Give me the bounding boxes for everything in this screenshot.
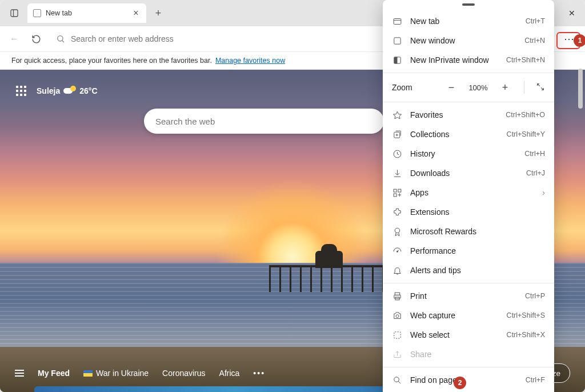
menu-history[interactable]: HistoryCtrl+H [383, 144, 554, 163]
menu-extensions[interactable]: Extensions [383, 202, 554, 222]
menu-print[interactable]: PrintCtrl+P [383, 286, 554, 306]
ntp-search-placeholder: Search the web [155, 117, 215, 126]
menu-apps[interactable]: Apps› [383, 183, 554, 202]
svg-point-27 [396, 251, 398, 252]
menu-web-select[interactable]: Web selectCtrl+Shift+X [383, 325, 554, 345]
weather-icon [63, 86, 76, 96]
feed-coronavirus[interactable]: Coronavirus [162, 369, 205, 378]
app-launcher-icon[interactable] [16, 86, 26, 96]
menu-rewards[interactable]: Microsoft Rewards [383, 222, 554, 241]
zoom-label: Zoom [392, 83, 436, 92]
inprivate-icon [392, 55, 402, 65]
feed-myfeed[interactable]: My Feed [38, 369, 70, 378]
menu-find[interactable]: Find on pageCtrl+F [383, 370, 554, 390]
ntp-search-box[interactable]: Search the web [144, 109, 384, 134]
weather-location: Suleja [37, 86, 60, 95]
svg-line-9 [538, 83, 540, 86]
scrollbar[interactable] [577, 69, 584, 385]
zoom-value: 100% [467, 83, 490, 92]
annotation-badge-1: 1 [574, 34, 585, 47]
manage-favorites-link[interactable]: Manage favorites now [215, 57, 285, 65]
menu-new-tab[interactable]: New tabCtrl+T [383, 11, 554, 31]
svg-rect-0 [11, 10, 18, 17]
svg-rect-33 [394, 331, 400, 338]
back-button[interactable]: ← [5, 29, 24, 49]
svg-point-25 [395, 228, 400, 233]
tab-close-button[interactable]: × [131, 9, 141, 18]
apps-icon [392, 187, 402, 198]
menu-collections[interactable]: CollectionsCtrl+Shift+Y [383, 125, 554, 144]
menu-alerts[interactable]: Alerts and tips [383, 261, 554, 280]
menu-web-capture[interactable]: Web captureCtrl+Shift+S [383, 306, 554, 325]
menu-favorites[interactable]: FavoritesCtrl+Shift+O [383, 105, 554, 125]
menu-inprivate[interactable]: New InPrivate windowCtrl+Shift+N [383, 50, 554, 70]
downloads-icon [392, 168, 402, 178]
address-placeholder: Search or enter web address [71, 34, 174, 43]
annotation-badge-2: 2 [454, 377, 466, 389]
svg-rect-6 [394, 37, 400, 43]
menu-read-aloud: A Read aloudCtrl+Shift+U [383, 390, 554, 392]
feed-menu-icon[interactable] [15, 370, 24, 377]
bell-icon [392, 265, 402, 275]
fullscreen-button[interactable] [536, 82, 545, 93]
svg-line-10 [541, 87, 543, 90]
star-icon [392, 110, 402, 120]
ntp-header: Suleja 26°C [16, 86, 98, 96]
menu-performance[interactable]: Performance [383, 241, 554, 261]
zoom-out-button[interactable]: − [444, 80, 459, 95]
extensions-icon [392, 207, 402, 217]
tab-actions-button[interactable] [5, 3, 24, 23]
svg-rect-8 [394, 57, 397, 63]
svg-point-2 [58, 36, 63, 41]
zoom-in-button[interactable]: + [498, 80, 512, 95]
weather-widget[interactable]: Suleja 26°C [37, 86, 98, 96]
tab-title: New tab [46, 9, 72, 17]
print-icon [392, 291, 402, 301]
svg-rect-29 [395, 293, 400, 295]
tab-favicon [33, 9, 41, 17]
select-icon [392, 330, 402, 340]
feed-more[interactable]: ••• [253, 369, 265, 378]
svg-rect-4 [394, 18, 401, 24]
svg-rect-21 [398, 189, 400, 192]
new-tab-icon [392, 16, 402, 26]
weather-temp: 26°C [79, 86, 97, 95]
svg-marker-11 [393, 111, 401, 119]
find-icon [392, 375, 402, 385]
new-window-icon [392, 35, 402, 46]
refresh-button[interactable] [26, 29, 46, 49]
chevron-right-icon: › [542, 188, 545, 197]
settings-menu: New tabCtrl+T New windowCtrl+N New InPri… [383, 0, 554, 392]
collections-icon [392, 129, 402, 139]
feed-africa[interactable]: Africa [219, 369, 240, 378]
rewards-icon [392, 226, 402, 237]
ukraine-flag-icon [83, 370, 93, 377]
svg-line-3 [62, 41, 64, 42]
taskbar-sliver [34, 386, 436, 392]
menu-zoom-row: Zoom − 100% + [383, 76, 554, 99]
menu-downloads[interactable]: DownloadsCtrl+J [383, 163, 554, 183]
svg-rect-22 [394, 193, 396, 196]
close-window-button[interactable]: ✕ [559, 0, 585, 26]
menu-share: Share [383, 345, 554, 364]
favorites-hint: For quick access, place your favorites h… [11, 57, 212, 65]
browser-tab[interactable]: New tab × [27, 3, 146, 23]
share-icon [392, 349, 402, 359]
menu-new-window[interactable]: New windowCtrl+N [383, 31, 554, 50]
svg-point-35 [394, 377, 399, 382]
feed-ukraine[interactable]: War in Ukraine [83, 369, 149, 378]
svg-rect-20 [394, 189, 396, 192]
history-icon [392, 149, 402, 159]
new-tab-button[interactable]: + [149, 3, 168, 23]
performance-icon [392, 246, 402, 256]
capture-icon [392, 310, 402, 321]
svg-point-32 [396, 314, 399, 317]
svg-line-36 [398, 381, 400, 383]
